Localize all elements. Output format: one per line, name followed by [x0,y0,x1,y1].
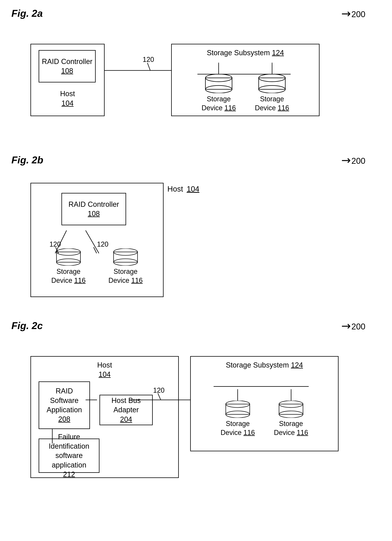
host2b-box: RAID Controller 108 Storage [31,183,163,297]
conn-line-2c-1 [237,389,238,401]
sd2c-1-label: Storage Device 116 [221,419,255,437]
disk-icon-2b-1 [54,249,83,266]
page: Fig. 2a ↙ 200 120 RAID Controller [0,0,392,541]
fig2a-diagram: 120 RAID Controller 108 Host 104 [11,25,381,135]
fig2b-badge: ↙ 200 [341,154,365,168]
svg-rect-4 [205,78,232,89]
raid-num: 108 [61,67,73,75]
storage-device-2b-2: Storage Device 116 [108,249,143,285]
raid-sw-label: RAIDSoftwareApplication 208 [47,386,82,424]
host2c-box: Host 104 RAIDSoftwareApplication 208 Hos… [31,356,179,478]
storage-device-2: Storage Device 116 [255,63,289,113]
sd2b-1-label: Storage Device 116 [51,267,86,285]
failure-id-label: Failure Identificationsoftware applicati… [39,432,99,479]
sd2-text: Storage [260,95,284,103]
sd1-text2: Device [202,104,223,112]
fig2c-badge: ↙ 200 [341,320,365,333]
fig2a-section: Fig. 2a ↙ 200 120 RAID Controller [11,8,381,135]
raid-controller-label: RAID Controller 108 [42,57,92,76]
host2b-label-outside: Host 104 [167,185,199,193]
fig2c-label: Fig. 2c [11,320,381,331]
ss2c-h-line [214,386,309,387]
fig2b-diagram: 120 120 RAID Controller 108 [11,171,381,301]
raid2b-num: 108 [88,210,100,218]
connector-line-1 [218,63,219,74]
host-num: 104 [61,99,73,107]
sd2b-2-label: Storage Device 116 [108,267,143,285]
raid-sw-box: RAIDSoftwareApplication 208 [39,381,90,429]
host-label: Host 104 [31,89,104,108]
badge-number-2b: 200 [351,156,365,166]
storage-subsystem2c-box: Storage Subsystem 124 [190,356,339,451]
hba-label: Host Bus Adapter 204 [100,396,152,424]
fig2a-badge: ↙ 200 [341,8,365,21]
host2c-title: Host 104 [31,360,178,379]
sd2-num: 116 [278,104,289,112]
sd1-text: Storage [207,95,231,103]
svg-rect-16 [56,252,81,262]
hba-num: 204 [120,415,132,423]
raid-controller2b-label: RAID Controller 108 [68,200,119,218]
storage-device-2c-1: Storage Device 116 [221,389,255,437]
storage-subsystem-box: Storage Subsystem 124 [171,44,320,116]
failure-id-num: 212 [63,470,75,478]
storage-subsystem-title: Storage Subsystem 124 [172,48,319,57]
fig2b-section: Fig. 2b ↙ 200 120 120 [11,154,381,301]
storage-devices-2b: Storage Device 116 Storage [31,249,163,285]
fig2b-label: Fig. 2b [11,154,381,166]
fig2c-section: Fig. 2c ↙ 200 120 [11,320,381,486]
sd2c-2-label: Storage Device 116 [274,419,308,437]
badge-number-2c: 200 [351,322,365,331]
conn-line-2c-2 [291,389,291,401]
storage-device-2b-1: Storage Device 116 [51,249,86,285]
svg-rect-27 [226,404,250,414]
badge-number: 200 [351,10,365,19]
storage-device-1: Storage Device 116 [202,63,236,113]
svg-line-1 [148,63,150,70]
sd2-text2: Device [255,104,276,112]
disk-icon-2c-2 [277,401,305,418]
sd1-num: 116 [224,104,236,112]
svg-rect-19 [113,252,137,262]
raid-controller2b-box: RAID Controller 108 [61,193,126,225]
raid-controller-box: RAID Controller 108 [39,50,96,83]
ss-num: 124 [272,49,284,57]
svg-rect-7 [259,78,285,89]
hba-box: Host Bus Adapter 204 [99,395,153,425]
connector-line-2 [272,63,272,74]
fig2c-diagram: 120 Host 104 RAIDSoftwareAp [11,337,381,486]
ss2c-title: Storage Subsystem 124 [191,360,338,370]
failure-id-box: Failure Identificationsoftware applicati… [39,439,99,473]
sd2-label: Storage Device 116 [255,95,289,113]
host-text: Host [60,90,75,98]
fig2a-label: Fig. 2a [11,8,381,19]
disk-icon-1 [204,74,234,93]
disk-icon-2 [257,74,287,93]
storage-device-2c-2: Storage Device 116 [274,389,308,437]
disk-icon-2c-1 [224,401,252,418]
svg-text:120: 120 [143,56,154,63]
host-box: RAID Controller 108 Host 104 [31,44,105,116]
ss-label: Storage Subsystem [207,49,270,57]
disk-icon-2b-2 [111,249,140,266]
raid-sw-num: 208 [58,415,70,423]
svg-rect-30 [279,404,303,414]
storage-devices-2c: Storage Device 116 [209,389,320,437]
storage-devices-row: Storage Device 116 [190,63,300,113]
sd1-label: Storage Device 116 [202,95,236,113]
subsystem-h-line [197,74,291,74]
